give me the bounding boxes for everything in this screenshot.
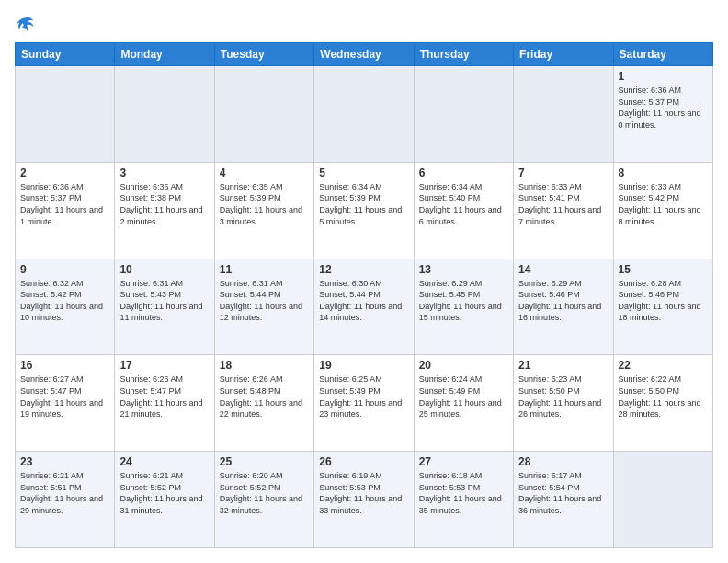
day-info: Sunrise: 6:34 AM Sunset: 5:40 PM Dayligh… (419, 181, 508, 227)
calendar-week-row: 23Sunrise: 6:21 AM Sunset: 5:51 PM Dayli… (16, 452, 713, 548)
day-number: 24 (119, 455, 209, 468)
day-number: 25 (220, 455, 309, 468)
day-number: 26 (319, 455, 408, 468)
calendar-day-cell: 15Sunrise: 6:28 AM Sunset: 5:46 PM Dayli… (613, 259, 712, 355)
day-info: Sunrise: 6:33 AM Sunset: 5:42 PM Dayligh… (619, 181, 708, 227)
day-number: 22 (619, 359, 708, 372)
calendar-day-cell: 11Sunrise: 6:31 AM Sunset: 5:44 PM Dayli… (214, 259, 313, 355)
day-info: Sunrise: 6:31 AM Sunset: 5:44 PM Dayligh… (220, 278, 309, 324)
day-number: 17 (119, 359, 209, 372)
calendar-day-cell: 19Sunrise: 6:25 AM Sunset: 5:49 PM Dayli… (314, 355, 414, 452)
day-number: 28 (518, 455, 608, 468)
day-number: 27 (419, 455, 508, 468)
calendar-table: SundayMondayTuesdayWednesdayThursdayFrid… (15, 42, 713, 548)
day-number: 20 (419, 359, 508, 372)
day-number: 4 (220, 167, 309, 179)
calendar-day-cell: 14Sunrise: 6:29 AM Sunset: 5:46 PM Dayli… (514, 259, 613, 355)
day-number: 3 (119, 167, 209, 179)
calendar-day-cell (214, 66, 313, 163)
calendar-day-cell: 9Sunrise: 6:32 AM Sunset: 5:42 PM Daylig… (16, 259, 115, 355)
calendar-day-cell: 4Sunrise: 6:35 AM Sunset: 5:39 PM Daylig… (214, 162, 313, 259)
calendar-day-cell: 12Sunrise: 6:30 AM Sunset: 5:44 PM Dayli… (314, 259, 414, 355)
day-number: 11 (220, 263, 309, 276)
calendar-week-row: 2Sunrise: 6:36 AM Sunset: 5:37 PM Daylig… (16, 162, 713, 259)
day-info: Sunrise: 6:30 AM Sunset: 5:44 PM Dayligh… (319, 278, 408, 324)
day-info: Sunrise: 6:22 AM Sunset: 5:50 PM Dayligh… (619, 373, 708, 419)
calendar-day-cell: 5Sunrise: 6:34 AM Sunset: 5:39 PM Daylig… (314, 162, 414, 259)
weekday-header-friday: Friday (514, 43, 613, 66)
calendar-day-cell: 6Sunrise: 6:34 AM Sunset: 5:40 PM Daylig… (414, 162, 513, 259)
calendar-day-cell (16, 66, 115, 163)
day-info: Sunrise: 6:17 AM Sunset: 5:54 PM Dayligh… (518, 470, 608, 516)
day-info: Sunrise: 6:26 AM Sunset: 5:48 PM Dayligh… (220, 373, 309, 419)
day-number: 9 (20, 263, 109, 276)
calendar-day-cell: 25Sunrise: 6:20 AM Sunset: 5:52 PM Dayli… (214, 452, 313, 548)
weekday-header-wednesday: Wednesday (314, 43, 414, 66)
calendar-day-cell: 10Sunrise: 6:31 AM Sunset: 5:43 PM Dayli… (115, 259, 214, 355)
day-info: Sunrise: 6:29 AM Sunset: 5:45 PM Dayligh… (419, 278, 508, 324)
weekday-header-monday: Monday (115, 43, 214, 66)
day-info: Sunrise: 6:27 AM Sunset: 5:47 PM Dayligh… (20, 373, 109, 419)
day-info: Sunrise: 6:19 AM Sunset: 5:53 PM Dayligh… (319, 470, 408, 516)
day-info: Sunrise: 6:21 AM Sunset: 5:52 PM Dayligh… (119, 470, 209, 516)
day-number: 13 (419, 263, 508, 276)
calendar-day-cell: 21Sunrise: 6:23 AM Sunset: 5:50 PM Dayli… (514, 355, 613, 452)
day-number: 14 (518, 263, 608, 276)
calendar-day-cell (514, 66, 613, 163)
day-number: 6 (419, 167, 508, 179)
weekday-header-saturday: Saturday (613, 43, 712, 66)
calendar-day-cell: 24Sunrise: 6:21 AM Sunset: 5:52 PM Dayli… (115, 452, 214, 548)
calendar-day-cell: 17Sunrise: 6:26 AM Sunset: 5:47 PM Dayli… (115, 355, 214, 452)
day-info: Sunrise: 6:36 AM Sunset: 5:37 PM Dayligh… (20, 181, 109, 227)
weekday-header-thursday: Thursday (414, 43, 513, 66)
weekday-header-sunday: Sunday (16, 43, 115, 66)
day-number: 5 (319, 167, 408, 179)
calendar-day-cell: 27Sunrise: 6:18 AM Sunset: 5:53 PM Dayli… (414, 452, 513, 548)
day-number: 23 (20, 455, 109, 468)
logo-bird-icon (17, 15, 35, 33)
day-info: Sunrise: 6:32 AM Sunset: 5:42 PM Dayligh… (20, 278, 109, 324)
calendar-week-row: 16Sunrise: 6:27 AM Sunset: 5:47 PM Dayli… (16, 355, 713, 452)
calendar-day-cell: 7Sunrise: 6:33 AM Sunset: 5:41 PM Daylig… (514, 162, 613, 259)
day-info: Sunrise: 6:28 AM Sunset: 5:46 PM Dayligh… (619, 278, 708, 324)
day-number: 1 (619, 70, 708, 83)
day-number: 19 (319, 359, 408, 372)
calendar-week-row: 9Sunrise: 6:32 AM Sunset: 5:42 PM Daylig… (16, 259, 713, 355)
day-number: 21 (518, 359, 608, 372)
calendar-week-row: 1Sunrise: 6:36 AM Sunset: 5:37 PM Daylig… (16, 66, 713, 163)
calendar-day-cell: 28Sunrise: 6:17 AM Sunset: 5:54 PM Dayli… (514, 452, 613, 548)
calendar-day-cell: 16Sunrise: 6:27 AM Sunset: 5:47 PM Dayli… (16, 355, 115, 452)
weekday-header-row: SundayMondayTuesdayWednesdayThursdayFrid… (16, 43, 713, 66)
day-info: Sunrise: 6:23 AM Sunset: 5:50 PM Dayligh… (518, 373, 608, 419)
weekday-header-tuesday: Tuesday (214, 43, 313, 66)
day-info: Sunrise: 6:29 AM Sunset: 5:46 PM Dayligh… (518, 278, 608, 324)
day-info: Sunrise: 6:25 AM Sunset: 5:49 PM Dayligh… (319, 373, 408, 419)
day-info: Sunrise: 6:35 AM Sunset: 5:38 PM Dayligh… (119, 181, 209, 227)
calendar-day-cell: 2Sunrise: 6:36 AM Sunset: 5:37 PM Daylig… (16, 162, 115, 259)
calendar-day-cell: 8Sunrise: 6:33 AM Sunset: 5:42 PM Daylig… (613, 162, 712, 259)
page: SundayMondayTuesdayWednesdayThursdayFrid… (0, 0, 728, 563)
day-number: 8 (619, 167, 708, 179)
calendar-day-cell: 18Sunrise: 6:26 AM Sunset: 5:48 PM Dayli… (214, 355, 313, 452)
day-info: Sunrise: 6:31 AM Sunset: 5:43 PM Dayligh… (119, 278, 209, 324)
calendar-day-cell (115, 66, 214, 163)
calendar-day-cell (414, 66, 513, 163)
day-info: Sunrise: 6:21 AM Sunset: 5:51 PM Dayligh… (20, 470, 109, 516)
day-number: 18 (220, 359, 309, 372)
day-info: Sunrise: 6:33 AM Sunset: 5:41 PM Dayligh… (518, 181, 608, 227)
day-number: 10 (119, 263, 209, 276)
day-info: Sunrise: 6:26 AM Sunset: 5:47 PM Dayligh… (119, 373, 209, 419)
day-number: 12 (319, 263, 408, 276)
calendar-day-cell: 20Sunrise: 6:24 AM Sunset: 5:49 PM Dayli… (414, 355, 513, 452)
day-number: 7 (518, 167, 608, 179)
day-info: Sunrise: 6:24 AM Sunset: 5:49 PM Dayligh… (419, 373, 508, 419)
day-info: Sunrise: 6:35 AM Sunset: 5:39 PM Dayligh… (220, 181, 309, 227)
calendar-day-cell: 23Sunrise: 6:21 AM Sunset: 5:51 PM Dayli… (16, 452, 115, 548)
calendar-day-cell: 22Sunrise: 6:22 AM Sunset: 5:50 PM Dayli… (613, 355, 712, 452)
calendar-day-cell: 26Sunrise: 6:19 AM Sunset: 5:53 PM Dayli… (314, 452, 414, 548)
day-number: 16 (20, 359, 109, 372)
day-info: Sunrise: 6:34 AM Sunset: 5:39 PM Dayligh… (319, 181, 408, 227)
calendar-day-cell (613, 452, 712, 548)
day-number: 15 (619, 263, 708, 276)
calendar-day-cell (314, 66, 414, 163)
